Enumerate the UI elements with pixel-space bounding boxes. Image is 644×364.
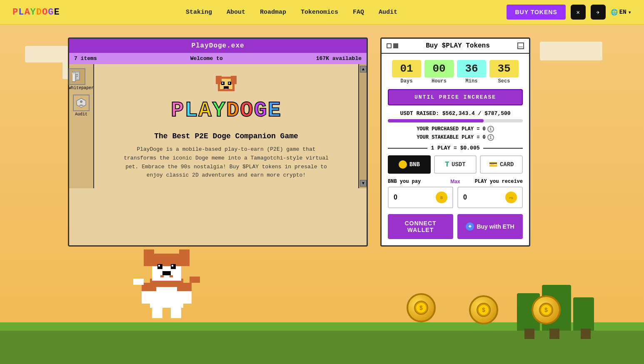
bnb-input[interactable]	[394, 194, 436, 201]
stakeable-play-row: YOUR STAKEABLE PLAY = 0 i	[388, 134, 523, 141]
buy-eth-label: Buy with ETH	[477, 223, 514, 230]
nav-about[interactable]: About	[227, 9, 245, 16]
connect-wallet-button[interactable]: CONNECT WALLET	[388, 214, 453, 239]
nav-staking[interactable]: Staking	[186, 9, 212, 16]
hours-value: 00	[424, 60, 454, 77]
days-label: Days	[392, 78, 421, 84]
rate-row: 1 PLAY = $0.005	[388, 145, 523, 151]
svg-point-39	[80, 100, 82, 103]
svg-rect-14	[183, 283, 192, 291]
scroll-up-button[interactable]: ▲	[360, 66, 367, 72]
sidebar-audit[interactable]: Audit	[73, 95, 90, 117]
logo-text: PLAYDOGE	[12, 7, 60, 17]
nav-right: BUY TOKENS ✕ ✈ 🌐 EN ▾	[507, 5, 632, 20]
max-button[interactable]: Max	[450, 179, 460, 184]
buy-eth-button[interactable]: ✦ Buy with ETH	[457, 214, 523, 239]
stakeable-info-icon[interactable]: i	[487, 134, 494, 141]
mins-label: Mins	[457, 78, 486, 84]
secs-label: Secs	[489, 78, 519, 84]
widget-body: 01 Days 00 Hours 36 Mins 35 Secs	[382, 54, 529, 245]
days-value: 01	[392, 60, 421, 77]
buy-tokens-button[interactable]: BUY TOKENS	[507, 5, 565, 20]
scroll-down-button[interactable]: ▼	[360, 180, 367, 187]
coin-3: $	[532, 295, 561, 324]
telegram-icon[interactable]: ✈	[591, 5, 606, 20]
bnb-input-wrapper: B	[388, 187, 453, 208]
rate-line-right	[483, 148, 523, 149]
svg-rect-50	[227, 89, 230, 90]
bnb-tab-label: BNB	[409, 161, 420, 168]
game-title: The Best P2E Doge Companion Game	[154, 132, 298, 140]
big-logo-text: PLAYDOGE	[171, 100, 282, 122]
welcome-text: Welcome to	[190, 55, 223, 62]
nav-audit[interactable]: Audit	[379, 9, 397, 16]
sidebar-whitepaper[interactable]: Whitepaper	[69, 68, 94, 90]
audit-label: Audit	[73, 112, 90, 117]
bnb-tab-icon	[399, 160, 407, 169]
window-body: Whitepaper Audit	[69, 64, 367, 188]
purchased-info-icon[interactable]: i	[487, 126, 494, 132]
rate-line-left	[388, 148, 427, 149]
ground	[0, 331, 644, 364]
svg-rect-42	[216, 76, 222, 84]
audit-icon	[73, 95, 90, 111]
countdown-hours: 00 Hours	[424, 60, 454, 84]
svg-rect-25	[170, 275, 173, 277]
input-row: B PD	[388, 187, 523, 208]
playdoge-window: PlayDoge.exe 7 items Welcome to 167K ava…	[68, 37, 368, 247]
mins-value: 36	[457, 60, 486, 77]
nav-tokenomics[interactable]: Tokenomics	[301, 9, 338, 16]
language-selector[interactable]: 🌐 EN ▾	[611, 9, 632, 16]
window-main-area: PLAYDOGE The Best P2E Doge Companion Gam…	[94, 64, 358, 188]
svg-rect-47	[229, 82, 230, 84]
progress-fill	[388, 119, 484, 122]
play-input[interactable]	[463, 194, 505, 201]
window-sidebar: Whitepaper Audit	[69, 64, 94, 188]
scrollbar[interactable]: ▲ ▼	[358, 64, 367, 188]
usdt-tab[interactable]: ₮ USDT	[434, 155, 477, 174]
svg-rect-23	[162, 271, 171, 275]
whitepaper-label: Whitepaper	[69, 86, 94, 90]
card-tab[interactable]: 💳 CARD	[480, 155, 523, 174]
svg-rect-30	[156, 287, 177, 304]
hours-label: Hours	[424, 78, 454, 84]
bnb-input-label: BNB you pay	[388, 179, 446, 184]
nav-roadmap[interactable]: Roadmap	[260, 9, 286, 16]
card-tab-icon: 💳	[489, 160, 497, 169]
widget-dot-white	[387, 43, 392, 48]
countdown-secs: 35 Secs	[489, 60, 519, 84]
twitter-icon[interactable]: ✕	[571, 5, 586, 20]
game-description: PlayDoge is a mobile-based play-to-earn …	[122, 145, 330, 180]
svg-rect-28	[152, 306, 162, 318]
nav-links: Staking About Roadmap Tokenomics FAQ Aud…	[77, 8, 507, 16]
eth-icon: ✦	[466, 222, 474, 231]
svg-text:$: $	[544, 307, 548, 314]
svg-rect-29	[171, 306, 181, 318]
svg-rect-43	[231, 76, 237, 84]
main-content: PlayDoge.exe 7 items Welcome to 167K ava…	[51, 25, 593, 259]
logo[interactable]: PLAYDOGE	[12, 7, 60, 17]
widget-dot-dark	[393, 43, 398, 48]
svg-text:B: B	[440, 196, 443, 200]
bnb-tab[interactable]: BNB	[388, 155, 431, 174]
buy-widget: Buy $PLAY Tokens _ 01 Days 00 Hours 36	[380, 37, 530, 247]
play-input-wrapper: PD	[457, 187, 523, 208]
coin-1: $	[407, 293, 436, 322]
svg-text:$: $	[419, 305, 423, 312]
svg-rect-24	[160, 275, 164, 277]
window-titlebar: PlayDoge.exe	[69, 39, 367, 53]
svg-rect-26	[133, 279, 144, 285]
window-title: PlayDoge.exe	[191, 42, 244, 50]
svg-text:PD: PD	[509, 196, 513, 200]
playdoge-logo-area: PLAYDOGE	[171, 72, 282, 126]
window-toolbar: 7 items Welcome to 167K available	[69, 53, 367, 64]
widget-title: Buy $PLAY Tokens	[402, 42, 514, 50]
svg-rect-46	[222, 82, 223, 84]
widget-controls	[387, 43, 398, 48]
widget-minimize-button[interactable]: _	[517, 42, 524, 49]
play-token-icon: PD	[505, 192, 517, 203]
usdt-raised-text: USDT RAISED: $562,343.4 / $787,500	[388, 110, 523, 117]
coin-2: $	[469, 295, 498, 324]
nav-faq[interactable]: FAQ	[353, 9, 364, 16]
price-increase-bar: UNTIL PRICE INCREASE	[388, 89, 523, 105]
